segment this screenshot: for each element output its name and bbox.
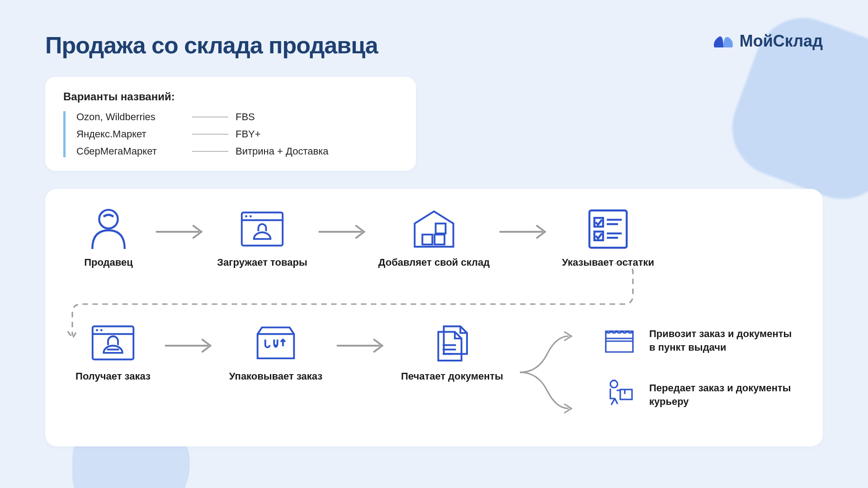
step-upload-goods: Загружает товары: [212, 209, 312, 268]
variant-row: Ozon, Wildberries FBS: [76, 111, 398, 123]
brand-logo: МойСклад: [712, 32, 823, 51]
variant-left: СберМегаМаркет: [76, 145, 185, 157]
svg-rect-9: [434, 235, 444, 244]
step-label: Печатает документы: [401, 371, 503, 382]
fork-arrows: [515, 323, 579, 422]
variant-left: Ozon, Wildberries: [76, 111, 185, 123]
flow-card: Продавец Загружает товары Добавляет свой…: [45, 189, 823, 446]
svg-point-0: [99, 210, 118, 228]
logo-icon: [712, 32, 735, 50]
step-pack-order: Упаковывает заказ: [222, 323, 330, 382]
svg-rect-2: [242, 212, 283, 245]
package-box-icon: [251, 323, 301, 363]
svg-point-21: [100, 329, 103, 331]
flow-row-bottom: Получает заказ Упаковывает заказ Печатае…: [68, 323, 800, 422]
variant-row: Яндекс.Маркет FBY+: [76, 128, 398, 140]
header: Продажа со склада продавца МойСклад: [45, 32, 823, 59]
documents-icon: [427, 323, 477, 363]
step-set-stock: Указывает остатки: [556, 209, 660, 268]
arrow-icon: [154, 209, 208, 249]
svg-rect-8: [422, 235, 432, 244]
variant-right: FBS: [236, 111, 255, 123]
outcome-pickup: Привозит заказ и документы в пункт выдач…: [601, 323, 794, 359]
courier-icon: [601, 377, 637, 413]
connector-line: [192, 117, 228, 117]
step-seller: Продавец: [68, 209, 149, 268]
svg-point-20: [96, 329, 98, 331]
pickup-point-icon: [601, 323, 637, 359]
flow-row-top: Продавец Загружает товары Добавляет свой…: [68, 209, 800, 268]
svg-rect-11: [590, 211, 627, 248]
variant-row: СберМегаМаркет Витрина + Доставка: [76, 145, 398, 157]
page-title: Продажа со склада продавца: [45, 32, 378, 59]
outcomes: Привозит заказ и документы в пункт выдач…: [601, 323, 794, 413]
step-label: Указывает остатки: [562, 257, 654, 268]
variant-left: Яндекс.Маркет: [76, 128, 185, 140]
svg-rect-32: [620, 389, 632, 399]
variant-right: FBY+: [236, 128, 261, 140]
step-label: Упаковывает заказ: [229, 371, 322, 382]
brand-name: МойСклад: [740, 32, 823, 51]
variants-card: Варианты названий: Ozon, Wildberries FBS…: [45, 77, 416, 171]
step-label: Загружает товары: [217, 257, 307, 268]
arrow-icon: [316, 209, 371, 249]
arrow-icon: [163, 323, 217, 363]
svg-rect-7: [436, 224, 446, 234]
svg-point-5: [250, 215, 252, 217]
connector-line: [192, 134, 228, 135]
step-add-warehouse: Добавляет свой склад: [375, 209, 493, 268]
step-receive-order: Получает заказ: [68, 323, 158, 382]
order-basket-icon: [88, 323, 138, 363]
step-label: Продавец: [84, 257, 133, 268]
arrow-icon: [335, 323, 389, 363]
warehouse-icon: [409, 209, 459, 249]
step-label: Получает заказ: [75, 371, 151, 382]
svg-rect-18: [93, 326, 133, 359]
connector-line: [192, 151, 228, 152]
upload-goods-icon: [237, 209, 287, 249]
step-label: Добавляет свой склад: [378, 257, 490, 268]
outcome-text: Передает заказ и документы курьеру: [649, 381, 794, 408]
svg-point-4: [245, 215, 247, 217]
arrow-icon: [497, 209, 552, 249]
variant-right: Витрина + Доставка: [236, 145, 329, 157]
step-print-docs: Печатает документы: [393, 323, 511, 382]
svg-point-31: [610, 380, 618, 388]
variants-heading: Варианты названий:: [63, 90, 398, 103]
seller-person-icon: [84, 209, 133, 249]
outcome-text: Привозит заказ и документы в пункт выдач…: [649, 327, 794, 354]
checklist-icon: [583, 209, 633, 249]
outcome-courier: Передает заказ и документы курьеру: [601, 377, 794, 413]
